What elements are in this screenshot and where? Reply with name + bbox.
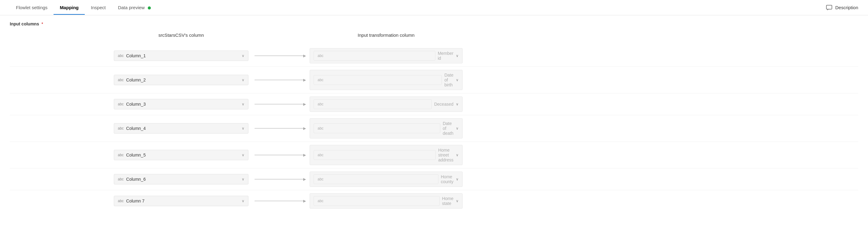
main-content: Input columns * srcStarsCSV's column Inp… [0,15,868,218]
tab-inspect[interactable]: Inspect [85,1,112,15]
transform-value-1: Member id [438,51,454,61]
mapping-row: abc Column_2 ∨ abc Date of birth ∨ [10,67,858,93]
mapping-row: abc Column_4 ∨ abc Date of death ∨ [10,115,858,142]
transform-value-3: Deceased [434,102,454,107]
tab-flowlet-settings[interactable]: Flowlet settings [10,1,54,15]
abc-label-src-1: abc [118,54,124,58]
src-dropdown-5[interactable]: abc Column_5 ∨ [114,150,248,160]
transform-dropdown-1[interactable]: abc Member id ∨ [310,48,463,63]
arrow-5 [248,155,310,155]
chevron-icon-transform-7: ∨ [456,199,459,203]
abc-label-src-3: abc [118,102,124,106]
chevron-icon-src-7: ∨ [242,199,244,203]
abc-label-transform-5: abc [314,150,436,160]
arrow-3 [248,104,310,104]
arrow-2 [248,80,310,80]
input-columns-label: Input columns [10,22,39,26]
src-dropdown-6[interactable]: abc Column_6 ∨ [114,174,248,184]
src-dropdown-7[interactable]: abc Column 7 ∨ [114,196,248,206]
abc-label-transform-1: abc [314,51,435,61]
description-button[interactable]: Description [826,5,858,10]
abc-label-src-2: abc [118,78,124,82]
chevron-icon-src-2: ∨ [242,78,244,82]
abc-label-transform-2: abc [314,75,442,85]
mapping-row: abc Column_1 ∨ abc Member id ∨ [10,45,858,67]
arrow-line-1 [254,55,304,56]
data-preview-indicator [148,6,151,9]
transform-dropdown-2[interactable]: abc Date of birth ∨ [310,70,463,90]
transform-dropdown-7[interactable]: abc Home state ∨ [310,193,463,209]
transform-value-6: Home county [441,174,454,184]
chevron-icon-src-5: ∨ [242,153,244,157]
chevron-icon-src-1: ∨ [242,54,244,58]
chevron-icon-src-4: ∨ [242,126,244,131]
mapping-row: abc Column_6 ∨ abc Home county ∨ [10,168,858,190]
arrow-line-6 [254,179,304,180]
arrow-6 [248,179,310,180]
src-value-2: Column_2 [126,78,239,82]
arrow-4 [248,128,310,129]
chevron-icon-transform-2: ∨ [456,78,459,82]
transform-dropdown-6[interactable]: abc Home county ∨ [310,171,463,187]
src-value-1: Column_1 [126,53,239,58]
arrow-line-7 [254,200,304,201]
transform-column-header: Input transformation column [310,32,463,38]
mapping-row: abc Column_5 ∨ abc Home street address ∨ [10,142,858,168]
arrow-line-4 [254,128,304,129]
mapping-row: abc Column 7 ∨ abc Home state ∨ [10,190,858,212]
transform-dropdown-4[interactable]: abc Date of death ∨ [310,118,463,138]
abc-label-src-5: abc [118,153,124,157]
chat-icon [826,5,833,10]
transform-dropdown-5[interactable]: abc Home street address ∨ [310,145,463,165]
abc-label-src-4: abc [118,126,124,131]
abc-label-transform-4: abc [314,124,440,133]
chevron-icon-src-6: ∨ [242,177,244,181]
src-dropdown-4[interactable]: abc Column_4 ∨ [114,123,248,134]
src-value-3: Column_3 [126,102,239,107]
arrow-1 [248,55,310,56]
transform-value-7: Home state [442,196,454,206]
required-indicator: * [41,22,43,26]
transform-value-2: Date of birth [444,73,454,87]
src-dropdown-1[interactable]: abc Column_1 ∨ [114,51,248,61]
chevron-icon-transform-5: ∨ [456,153,459,157]
src-dropdown-3[interactable]: abc Column_3 ∨ [114,99,248,109]
mapping-row: abc Column_3 ∨ abc Deceased ∨ [10,93,858,115]
chevron-icon-src-3: ∨ [242,102,244,106]
mapping-rows: abc Column_1 ∨ abc Member id ∨ abc Colum… [10,45,858,212]
tab-mapping[interactable]: Mapping [54,1,85,15]
transform-dropdown-3[interactable]: abc Deceased ∨ [310,97,463,112]
top-nav: Flowlet settings Mapping Inspect Data pr… [0,0,868,15]
src-column-header: srcStarsCSV's column [114,32,248,38]
src-value-4: Column_4 [126,126,239,131]
chevron-icon-transform-1: ∨ [456,54,459,58]
tab-data-preview[interactable]: Data preview [112,1,157,15]
src-dropdown-2[interactable]: abc Column_2 ∨ [114,75,248,85]
abc-label-transform-3: abc [314,99,432,109]
svg-rect-0 [827,5,832,9]
src-value-5: Column_5 [126,153,239,158]
chevron-icon-transform-4: ∨ [456,126,459,131]
src-value-6: Column_6 [126,177,239,182]
arrow-line-5 [254,155,304,155]
abc-label-transform-6: abc [314,174,438,184]
arrow-7 [248,200,310,201]
abc-label-src-7: abc [118,199,124,203]
arrow-line-3 [254,104,304,104]
abc-label-src-6: abc [118,177,124,181]
chevron-icon-transform-6: ∨ [456,177,459,181]
arrow-line-2 [254,80,304,80]
transform-value-5: Home street address [438,147,454,162]
column-headers: srcStarsCSV's column Input transformatio… [10,32,858,38]
chevron-icon-transform-3: ∨ [456,102,459,106]
src-value-7: Column 7 [126,198,239,204]
abc-label-transform-7: abc [314,196,440,206]
transform-value-4: Date of death [443,121,454,136]
